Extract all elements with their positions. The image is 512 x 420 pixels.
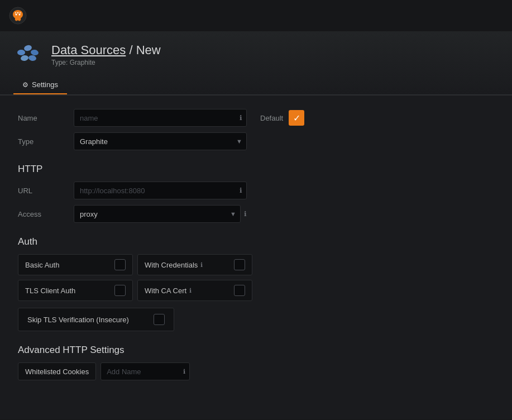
whitelisted-cookies-row: Whitelisted Cookies ℹ <box>18 362 494 380</box>
svg-point-4 <box>15 12 16 13</box>
access-select-area: proxy direct ▼ ℹ <box>74 205 247 223</box>
access-info-icon[interactable]: ℹ <box>244 210 247 218</box>
tls-client-auth-item: TLS Client Auth <box>18 280 133 301</box>
datasource-type-icon <box>13 40 42 69</box>
with-credentials-label: With Credentials ℹ <box>145 261 228 269</box>
type-select[interactable]: Graphite Prometheus InfluxDB Elasticsear… <box>74 132 247 150</box>
svg-point-2 <box>19 14 21 16</box>
top-bar <box>0 0 512 31</box>
default-checkbox[interactable]: ✓ <box>289 110 304 126</box>
tabs-bar: ⚙ Settings <box>13 76 499 94</box>
whitelisted-cookies-button[interactable]: Whitelisted Cookies <box>18 362 96 380</box>
grafana-logo-icon[interactable] <box>9 7 27 25</box>
access-select-wrapper: proxy direct ▼ <box>74 205 241 223</box>
skip-tls-row: Skip TLS Verification (Insecure) <box>18 308 174 331</box>
url-info-icon[interactable]: ℹ <box>240 187 242 194</box>
auth-section-heading: Auth <box>18 236 494 247</box>
http-section-heading: HTTP <box>18 164 494 175</box>
skip-tls-checkbox[interactable] <box>154 314 165 325</box>
add-name-info-icon[interactable]: ℹ <box>183 368 185 375</box>
data-sources-link[interactable]: Data Sources <box>51 43 126 57</box>
with-credentials-info-icon[interactable]: ℹ <box>200 261 203 269</box>
access-label: Access <box>18 210 74 218</box>
svg-point-3 <box>17 12 18 13</box>
svg-point-1 <box>16 14 17 16</box>
with-ca-cert-item: With CA Cert ℹ <box>137 280 252 301</box>
svg-point-8 <box>30 49 39 56</box>
add-name-wrapper: ℹ <box>101 362 190 380</box>
svg-point-7 <box>23 44 32 51</box>
auth-grid: Basic Auth With Credentials ℹ TLS Client… <box>18 254 252 301</box>
name-input-wrapper: ℹ <box>74 109 247 127</box>
tls-client-auth-checkbox[interactable] <box>114 285 126 296</box>
header-area: Data Sources / New Type: Graphite ⚙ Sett… <box>0 31 512 95</box>
svg-point-10 <box>28 55 37 61</box>
advanced-section-heading: Advanced HTTP Settings <box>18 345 494 356</box>
main-content: Name ℹ Default ✓ Type Graphite Prometheu… <box>0 96 512 419</box>
svg-point-9 <box>20 55 29 61</box>
type-select-wrapper: Graphite Prometheus InfluxDB Elasticsear… <box>74 132 247 150</box>
add-name-input[interactable] <box>101 362 190 380</box>
tab-settings[interactable]: ⚙ Settings <box>13 76 67 94</box>
basic-auth-label: Basic Auth <box>25 261 109 269</box>
with-credentials-checkbox[interactable] <box>234 259 245 270</box>
page-subtitle: Type: Graphite <box>51 59 161 66</box>
page-title: Data Sources / New <box>51 43 161 58</box>
settings-tab-icon: ⚙ <box>22 81 28 89</box>
with-ca-cert-checkbox[interactable] <box>234 285 245 296</box>
access-select[interactable]: proxy direct <box>74 205 241 223</box>
name-info-icon[interactable]: ℹ <box>240 114 242 122</box>
default-area: Default ✓ <box>260 110 304 126</box>
name-input[interactable] <box>74 109 247 127</box>
with-credentials-item: With Credentials ℹ <box>137 254 252 275</box>
type-row: Type Graphite Prometheus InfluxDB Elasti… <box>18 132 494 150</box>
svg-point-6 <box>17 50 25 55</box>
with-ca-cert-label: With CA Cert ℹ <box>145 287 228 295</box>
with-ca-cert-info-icon[interactable]: ℹ <box>189 287 192 294</box>
svg-point-5 <box>20 12 21 13</box>
type-label: Type <box>18 137 74 146</box>
tls-client-auth-label: TLS Client Auth <box>25 287 109 295</box>
url-label: URL <box>18 187 74 195</box>
name-row: Name ℹ Default ✓ <box>18 109 494 127</box>
url-input[interactable] <box>74 182 247 199</box>
skip-tls-label: Skip TLS Verification (Insecure) <box>27 316 145 324</box>
name-label: Name <box>18 114 74 122</box>
url-row: URL ℹ <box>18 182 494 199</box>
access-row: Access proxy direct ▼ ℹ <box>18 205 494 223</box>
basic-auth-checkbox[interactable] <box>114 259 126 270</box>
default-label: Default <box>260 114 283 122</box>
url-input-wrapper: ℹ <box>74 182 247 199</box>
basic-auth-item: Basic Auth <box>18 254 133 275</box>
